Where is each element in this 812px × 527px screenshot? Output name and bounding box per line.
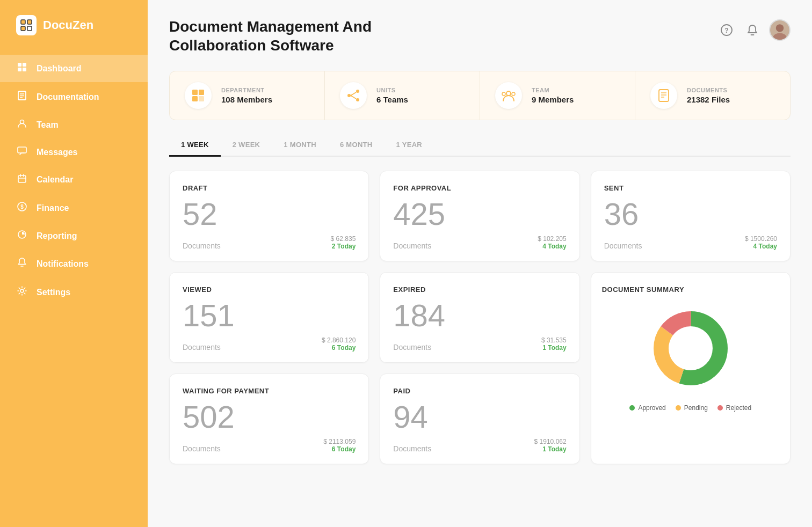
stats-row: DEPARTMENT 108 Members UNITS 6 Teams TEA…	[169, 71, 791, 120]
doc-card-expired: EXPIRED 184 Documents $ 31.535 1 Today	[380, 272, 579, 363]
doc-card-waiting-payment: WAITING FOR PAYMENT 502 Documents $ 2113…	[169, 374, 369, 464]
logo[interactable]: DocuZen	[0, 15, 148, 55]
paid-count: 94	[393, 401, 566, 433]
header-actions: ?	[717, 19, 791, 41]
approved-dot	[629, 405, 635, 411]
viewed-today: 6 Today	[322, 344, 356, 352]
svg-rect-3	[27, 26, 32, 31]
svg-rect-0	[21, 20, 25, 24]
expired-title: EXPIRED	[393, 286, 566, 294]
tab-1year[interactable]: 1 YEAR	[385, 135, 434, 157]
svg-rect-5	[23, 63, 26, 67]
waiting-payment-title: WAITING FOR PAYMENT	[183, 387, 356, 395]
tab-2week[interactable]: 2 WEEK	[221, 135, 272, 157]
sidebar-label-documentation: Documentation	[37, 92, 99, 102]
svg-rect-2	[21, 26, 25, 31]
svg-rect-30	[199, 90, 204, 95]
svg-rect-4	[18, 63, 21, 67]
donut-chart	[648, 305, 734, 391]
pending-label: Pending	[684, 404, 708, 412]
sidebar-item-calendar[interactable]: Calendar	[0, 166, 148, 193]
sent-label: Documents	[604, 241, 642, 250]
tab-6month[interactable]: 6 MONTH	[328, 135, 385, 157]
sent-count: 36	[604, 199, 777, 230]
user-avatar[interactable]	[769, 19, 791, 41]
draft-title: DRAFT	[183, 184, 356, 192]
sidebar-item-messages[interactable]: Messages	[0, 139, 148, 165]
draft-label: Documents	[183, 241, 221, 250]
logo-icon	[16, 15, 37, 35]
for-approval-label: Documents	[393, 241, 431, 250]
settings-icon	[16, 286, 28, 298]
sidebar-item-finance[interactable]: $ Finance	[0, 194, 148, 222]
stat-units: UNITS 6 Teams	[325, 71, 480, 120]
tab-1month[interactable]: 1 MONTH	[272, 135, 328, 157]
paid-label: Documents	[393, 444, 431, 453]
svg-point-33	[347, 94, 351, 97]
stat-documents-value: 21382 Files	[687, 95, 730, 104]
svg-line-36	[351, 92, 356, 96]
sent-today: 4 Today	[745, 243, 777, 250]
sidebar-label-finance: Finance	[37, 203, 69, 213]
expired-amount: $ 31.535	[541, 336, 567, 344]
doc-card-for-approval: FOR APPROVAL 425 Documents $ 102.205 4 T…	[380, 171, 579, 261]
svg-point-27	[776, 24, 784, 32]
department-icon	[185, 82, 212, 109]
team-stat-icon	[495, 82, 522, 109]
waiting-payment-today: 6 Today	[323, 445, 356, 453]
sidebar-item-notifications[interactable]: Notifications	[0, 250, 148, 277]
waiting-payment-count: 502	[183, 401, 356, 433]
for-approval-today: 4 Today	[538, 243, 566, 250]
document-summary-card: DOCUMENT SUMMARY Approved	[591, 272, 791, 464]
sidebar-label-notifications: Notifications	[37, 259, 89, 269]
dashboard-icon	[16, 62, 28, 75]
sidebar-item-reporting[interactable]: Reporting	[0, 223, 148, 249]
paid-title: PAID	[393, 387, 566, 395]
tabs-row: 1 WEEK 2 WEEK 1 MONTH 6 MONTH 1 YEAR	[169, 135, 791, 157]
sidebar: DocuZen Dashboard Documentation Team M	[0, 0, 148, 527]
doc-card-viewed: VIEWED 151 Documents $ 2.860.120 6 Today	[169, 272, 369, 363]
svg-point-22	[20, 289, 24, 292]
svg-text:?: ?	[724, 27, 728, 34]
stat-team: TEAM 9 Members	[480, 71, 635, 120]
team-icon	[16, 119, 28, 130]
svg-rect-32	[199, 96, 204, 101]
svg-point-35	[356, 98, 359, 101]
svg-rect-29	[192, 90, 198, 95]
calendar-icon	[16, 174, 28, 186]
stat-units-label: UNITS	[376, 87, 408, 93]
legend-rejected: Rejected	[717, 404, 751, 412]
sent-amount: $ 1500.260	[745, 235, 777, 243]
help-button[interactable]: ?	[717, 21, 736, 39]
waiting-payment-label: Documents	[183, 444, 221, 453]
notifications-icon	[16, 258, 28, 270]
summary-title: DOCUMENT SUMMARY	[602, 286, 684, 294]
sidebar-item-documentation[interactable]: Documentation	[0, 83, 148, 111]
svg-rect-6	[18, 68, 21, 71]
sidebar-item-team[interactable]: Team	[0, 112, 148, 138]
sidebar-label-dashboard: Dashboard	[37, 64, 82, 74]
viewed-count: 151	[183, 300, 356, 331]
draft-amount: $ 62.835	[331, 235, 356, 243]
stat-units-value: 6 Teams	[376, 95, 408, 104]
draft-today: 2 Today	[331, 243, 356, 250]
expired-today: 1 Today	[541, 344, 567, 352]
stat-team-value: 9 Members	[532, 95, 574, 104]
pending-dot	[676, 405, 681, 411]
sidebar-item-settings[interactable]: Settings	[0, 279, 148, 306]
stat-department-value: 108 Members	[221, 95, 272, 104]
finance-icon: $	[16, 202, 28, 214]
paid-today: 1 Today	[534, 445, 567, 453]
tab-1week[interactable]: 1 WEEK	[169, 135, 221, 157]
messages-icon	[16, 147, 28, 158]
sidebar-label-calendar: Calendar	[37, 175, 73, 185]
sidebar-item-dashboard[interactable]: Dashboard	[0, 55, 148, 82]
svg-rect-7	[23, 68, 26, 71]
chart-legend: Approved Pending Rejected	[629, 404, 751, 412]
documents-stat-icon	[650, 82, 677, 109]
for-approval-count: 425	[393, 199, 566, 230]
for-approval-title: FOR APPROVAL	[393, 184, 566, 192]
viewed-label: Documents	[183, 343, 221, 352]
doc-cards-grid: DRAFT 52 Documents $ 62.835 2 Today FOR …	[169, 171, 791, 464]
notifications-button[interactable]	[743, 21, 762, 39]
